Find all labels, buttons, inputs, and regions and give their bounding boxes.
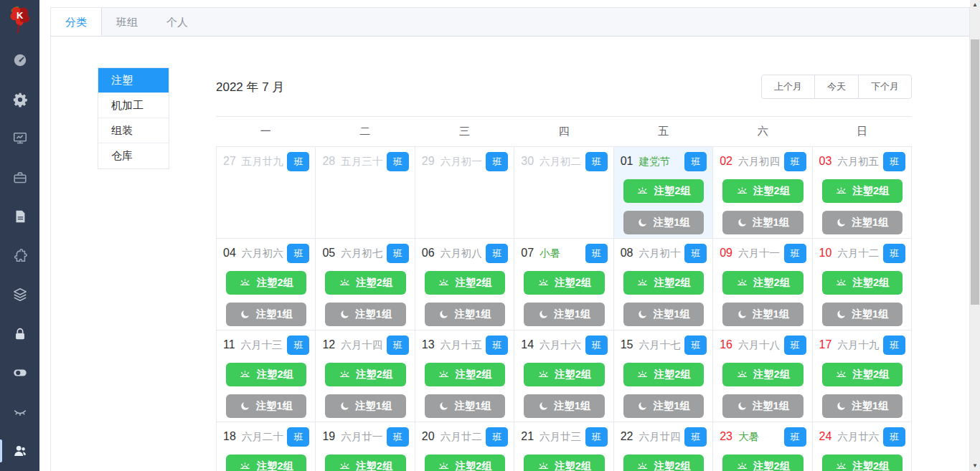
day-shift-button[interactable]: 注塑2组 xyxy=(524,455,604,471)
category-item-warehouse[interactable]: 仓库 xyxy=(98,143,169,168)
day-shift-button[interactable]: 注塑2组 xyxy=(524,271,604,295)
day-shift-button[interactable]: 注塑2组 xyxy=(722,179,803,203)
night-shift-button[interactable]: 注塑1组 xyxy=(325,394,405,418)
eye-closed-icon[interactable] xyxy=(0,398,39,427)
day-shift-button[interactable]: 注塑2组 xyxy=(325,363,405,386)
day-shift-button[interactable]: 注塑2组 xyxy=(623,455,704,471)
gear-icon[interactable] xyxy=(0,85,39,114)
night-shift-button[interactable]: 注塑1组 xyxy=(425,303,505,326)
calendar-cell-15[interactable]: 15六月十七班注塑2组注塑1组 xyxy=(614,330,713,422)
day-shift-button[interactable]: 注塑2组 xyxy=(425,363,505,386)
moon-icon xyxy=(538,401,549,411)
calendar-cell-23[interactable]: 23大暑班注塑2组注塑1组 xyxy=(713,422,812,471)
day-shift-button[interactable]: 注塑2组 xyxy=(623,179,704,203)
date-number: 19 xyxy=(322,427,335,446)
calendar-cell-18[interactable]: 18六月二十班注塑2组注塑1组 xyxy=(217,422,316,471)
night-shift-button[interactable]: 注塑1组 xyxy=(722,303,803,326)
night-shift-button[interactable]: 注塑1组 xyxy=(623,211,704,234)
vertical-scrollbar[interactable]: ▲ ▼ xyxy=(970,0,980,471)
sunrise-icon xyxy=(537,277,550,289)
calendar-cell-22[interactable]: 22六月廿四班注塑2组注塑1组 xyxy=(614,422,713,471)
night-shift-button[interactable]: 注塑1组 xyxy=(822,303,903,326)
day-shift-button[interactable]: 注塑2组 xyxy=(722,271,803,295)
night-shift-button[interactable]: 注塑1组 xyxy=(226,394,306,418)
night-shift-button[interactable]: 注塑1组 xyxy=(722,394,803,418)
night-shift-button[interactable]: 注塑1组 xyxy=(822,211,903,234)
day-shift-button[interactable]: 注塑2组 xyxy=(524,363,604,386)
day-shift-button[interactable]: 注塑2组 xyxy=(822,455,903,471)
category-item-machining[interactable]: 机加工 xyxy=(98,93,169,118)
day-shift-button[interactable]: 注塑2组 xyxy=(822,363,903,386)
day-shift-button[interactable]: 注塑2组 xyxy=(623,271,704,295)
toggle-icon[interactable] xyxy=(0,358,39,387)
scrollbar-thumb[interactable] xyxy=(971,39,979,305)
calendar-cell-17[interactable]: 17六月十九班注塑2组注塑1组 xyxy=(813,330,912,422)
tab-team[interactable]: 班组 xyxy=(102,8,152,36)
day-shift-button[interactable]: 注塑2组 xyxy=(722,455,803,471)
calendar-cell-14[interactable]: 14六月十六班注塑2组注塑1组 xyxy=(514,330,613,422)
lock-icon[interactable] xyxy=(0,320,39,348)
category-item-injection[interactable]: 注塑 xyxy=(98,68,169,93)
day-shift-button[interactable]: 注塑2组 xyxy=(722,363,803,386)
puzzle-icon[interactable] xyxy=(0,242,39,270)
calendar-cell-20[interactable]: 20六月廿二班注塑2组注塑1组 xyxy=(415,422,514,471)
calendar-cell-27[interactable]: 27五月廿九班 xyxy=(217,147,316,239)
cell-header: 07小暑班 xyxy=(521,244,607,263)
calendar-cell-16[interactable]: 16六月十八班注塑2组注塑1组 xyxy=(713,330,812,422)
calendar-cell-29[interactable]: 29六月初一班 xyxy=(415,147,514,239)
day-shift-button[interactable]: 注塑2组 xyxy=(325,271,405,295)
category-item-assembly[interactable]: 组装 xyxy=(98,118,169,143)
today-button[interactable]: 今天 xyxy=(814,75,859,99)
dashboard-icon[interactable] xyxy=(0,46,39,75)
day-shift-button[interactable]: 注塑2组 xyxy=(325,455,405,471)
night-shift-button[interactable]: 注塑1组 xyxy=(822,394,903,418)
lunar-date-label: 六月廿四 xyxy=(639,427,682,444)
calendar-cell-30[interactable]: 30六月初二班 xyxy=(514,147,613,239)
users-icon[interactable] xyxy=(0,437,39,465)
night-shift-button[interactable]: 注塑1组 xyxy=(425,394,505,418)
night-shift-button[interactable]: 注塑1组 xyxy=(623,394,704,418)
night-shift-button[interactable]: 注塑1组 xyxy=(524,394,604,418)
night-shift-button[interactable]: 注塑1组 xyxy=(226,303,306,326)
day-shift-button[interactable]: 注塑2组 xyxy=(226,271,306,295)
calendar-cell-24[interactable]: 24六月廿六班注塑2组注塑1组 xyxy=(813,422,912,471)
calendar-cell-01[interactable]: 01建党节班注塑2组注塑1组 xyxy=(614,147,713,239)
calendar-cell-21[interactable]: 21六月廿三班注塑2组注塑1组 xyxy=(514,422,613,471)
briefcase-icon[interactable] xyxy=(0,163,39,192)
calendar-cell-13[interactable]: 13六月十五班注塑2组注塑1组 xyxy=(415,330,514,422)
day-shift-button[interactable]: 注塑2组 xyxy=(822,179,903,203)
calendar-cell-19[interactable]: 19六月廿一班注塑2组注塑1组 xyxy=(316,422,415,471)
tab-personal[interactable]: 个人 xyxy=(152,8,202,36)
calendar-cell-06[interactable]: 06六月初八班注塑2组注塑1组 xyxy=(415,239,514,330)
document-icon[interactable] xyxy=(0,202,39,231)
calendar-cell-09[interactable]: 09六月十一班注塑2组注塑1组 xyxy=(713,239,812,330)
calendar-cell-04[interactable]: 04六月初六班注塑2组注塑1组 xyxy=(217,239,316,330)
day-shift-button[interactable]: 注塑2组 xyxy=(425,455,505,471)
calendar-cell-03[interactable]: 03六月初五班注塑2组注塑1组 xyxy=(813,147,912,239)
scroll-up-icon[interactable]: ▲ xyxy=(970,0,980,10)
next-month-button[interactable]: 下个月 xyxy=(858,75,912,99)
day-shift-button[interactable]: 注塑2组 xyxy=(822,271,903,295)
prev-month-button[interactable]: 上个月 xyxy=(761,75,815,99)
layers-icon[interactable] xyxy=(0,280,39,309)
calendar-cell-10[interactable]: 10六月十二班注塑2组注塑1组 xyxy=(813,239,912,330)
sunrise-icon xyxy=(537,368,550,381)
day-shift-button[interactable]: 注塑2组 xyxy=(623,363,704,386)
night-shift-button[interactable]: 注塑1组 xyxy=(722,211,803,234)
night-shift-button[interactable]: 注塑1组 xyxy=(623,303,704,326)
night-shift-button[interactable]: 注塑1组 xyxy=(325,303,405,326)
calendar-cell-07[interactable]: 07小暑班注塑2组注塑1组 xyxy=(514,239,613,330)
monitor-chart-icon[interactable] xyxy=(0,124,39,153)
calendar-cell-08[interactable]: 08六月初十班注塑2组注塑1组 xyxy=(614,239,713,330)
day-shift-button[interactable]: 注塑2组 xyxy=(226,363,306,386)
calendar-cell-02[interactable]: 02六月初四班注塑2组注塑1组 xyxy=(713,147,812,239)
day-shift-button[interactable]: 注塑2组 xyxy=(425,271,505,295)
scroll-down-icon[interactable]: ▼ xyxy=(970,461,980,471)
calendar-cell-28[interactable]: 28五月三十班 xyxy=(316,147,415,239)
tab-category[interactable]: 分类 xyxy=(51,8,102,36)
calendar-cell-12[interactable]: 12六月十四班注塑2组注塑1组 xyxy=(316,330,415,422)
night-shift-button[interactable]: 注塑1组 xyxy=(524,303,604,326)
day-shift-button[interactable]: 注塑2组 xyxy=(226,455,306,471)
calendar-cell-11[interactable]: 11六月十三班注塑2组注塑1组 xyxy=(217,330,316,422)
calendar-cell-05[interactable]: 05六月初七班注塑2组注塑1组 xyxy=(316,239,415,330)
